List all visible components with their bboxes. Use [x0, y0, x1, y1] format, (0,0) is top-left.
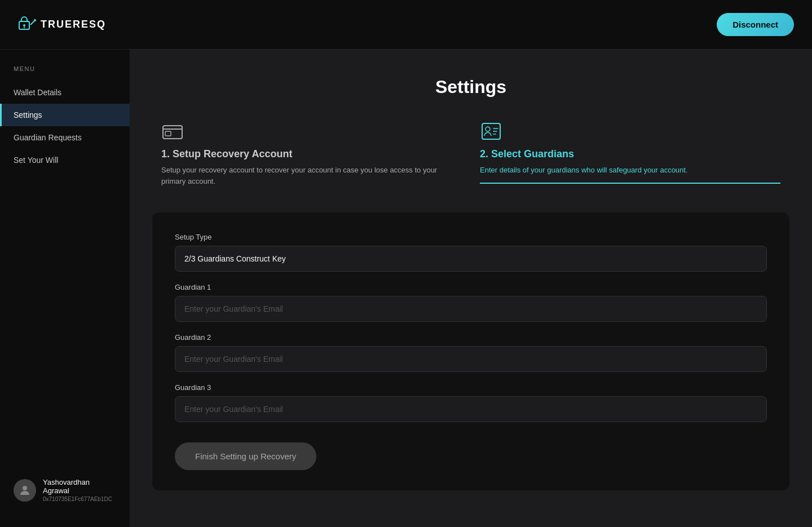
- form-card: Setup Type Guardian 1 Guardian 2 Guardia…: [152, 212, 789, 490]
- step-2-icon: [480, 120, 502, 143]
- logo-text: TRUERESQ: [41, 19, 106, 30]
- guardian-1-label: Guardian 1: [175, 283, 767, 291]
- setup-type-input[interactable]: [175, 246, 767, 272]
- user-name: Yashovardhan Agrawal: [43, 478, 116, 495]
- sidebar-item-guardian-requests[interactable]: Guardian Requests: [0, 126, 130, 149]
- step-2-desc: Enter details of your guardians who will…: [480, 165, 780, 176]
- disconnect-button[interactable]: Disconnect: [717, 13, 794, 36]
- step-1-title: 1. Setup Recovery Account: [161, 148, 462, 160]
- steps-row: 1. Setup Recovery Account Setup your rec…: [152, 120, 789, 194]
- logo-icon: [18, 16, 36, 34]
- sidebar: MENU Wallet Details Settings Guardian Re…: [0, 50, 130, 527]
- svg-rect-6: [482, 123, 500, 139]
- step-1-icon: [161, 120, 184, 143]
- finish-recovery-button[interactable]: Finish Setting up Recovery: [175, 442, 316, 470]
- step-2-underline: [480, 183, 780, 184]
- guardian-2-input[interactable]: [175, 346, 767, 372]
- logo: TRUERESQ: [18, 16, 106, 34]
- setup-type-group: Setup Type: [175, 233, 767, 272]
- guardian-2-label: Guardian 2: [175, 333, 767, 342]
- step-1-desc: Setup your recovery account to recover y…: [161, 165, 462, 187]
- svg-rect-4: [163, 126, 182, 139]
- setup-type-label: Setup Type: [175, 233, 767, 241]
- user-info: Yashovardhan Agrawal 0x710735E1Fc677AEb1…: [43, 478, 116, 502]
- user-address: 0x710735E1Fc677AEb1DC: [43, 496, 116, 502]
- step-2-title: 2. Select Guardians: [480, 148, 780, 160]
- sidebar-item-wallet-details[interactable]: Wallet Details: [0, 81, 130, 104]
- svg-point-2: [34, 19, 36, 21]
- svg-point-1: [23, 24, 25, 26]
- body-layout: MENU Wallet Details Settings Guardian Re…: [0, 50, 812, 527]
- avatar: [14, 479, 36, 502]
- menu-label: MENU: [0, 65, 130, 72]
- step-2: 2. Select Guardians Enter details of you…: [471, 120, 789, 184]
- svg-point-7: [486, 127, 490, 131]
- sidebar-item-set-your-will[interactable]: Set Your Will: [0, 149, 130, 171]
- guardian-2-group: Guardian 2: [175, 333, 767, 372]
- page-title: Settings: [152, 77, 789, 98]
- svg-rect-5: [165, 131, 171, 136]
- sidebar-footer: Yashovardhan Agrawal 0x710735E1Fc677AEb1…: [0, 469, 130, 511]
- svg-point-3: [23, 486, 27, 490]
- guardian-3-label: Guardian 3: [175, 383, 767, 392]
- step-1-underline: [161, 193, 462, 194]
- header: TRUERESQ Disconnect: [0, 0, 812, 50]
- guardian-3-input[interactable]: [175, 396, 767, 422]
- main-content: Settings 1. Setup Recovery Account Setup…: [130, 50, 812, 527]
- step-1: 1. Setup Recovery Account Setup your rec…: [152, 120, 471, 194]
- guardian-3-group: Guardian 3: [175, 383, 767, 422]
- guardian-1-input[interactable]: [175, 296, 767, 322]
- guardian-1-group: Guardian 1: [175, 283, 767, 322]
- sidebar-item-settings[interactable]: Settings: [0, 104, 130, 126]
